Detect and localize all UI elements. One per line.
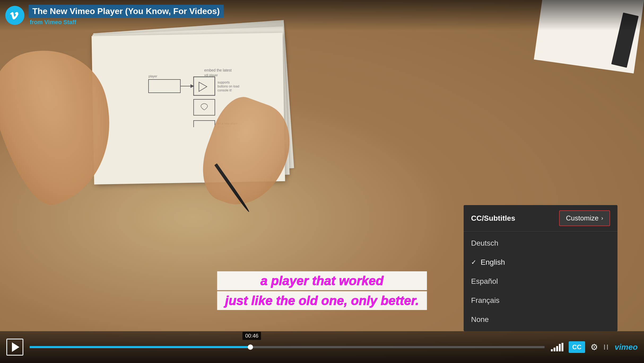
volume-bar-2 [554,348,555,351]
subtitle-line1: a player that worked [217,271,427,290]
subtitle-container: a player that worked just like the old o… [217,271,427,310]
svg-text:vdi player: vdi player [204,73,218,77]
controls-bar: 00:46 CC ⚙ ⁞⁞ vimeo [0,331,644,363]
settings-icon[interactable]: ⚙ [590,342,598,352]
volume-bar-4 [559,344,561,351]
svg-text:buttons on load: buttons on load [217,85,239,88]
volume-bar-3 [556,346,558,351]
svg-rect-5 [194,99,215,115]
cc-toggle-button[interactable]: CC [569,341,585,353]
cc-item-label-francais: Français [471,296,499,305]
chevron-right-icon: › [601,215,603,222]
svg-text:embed the latest: embed the latest [204,68,232,72]
vimeo-logo [5,6,24,25]
cc-menu-item-francais[interactable]: Français [464,291,617,310]
video-from: from Vimeo Staff [29,19,224,26]
cc-menu-item-espanol[interactable]: Español [464,272,617,291]
checkmark-icon: ✓ [471,259,476,266]
customize-label: Customize [566,214,599,222]
cc-menu-item-english[interactable]: ✓ English [464,253,617,272]
video-title: The New Vimeo Player (You Know, For Vide… [29,5,224,18]
cc-menu-item-none[interactable]: None [464,310,617,329]
time-tooltip: 00:46 [242,332,261,340]
svg-marker-4 [199,82,207,91]
subtitle-line2: just like the old one, only better. [217,291,427,310]
svg-rect-3 [194,77,215,95]
cc-menu-title: CC/Subtitles [471,214,515,223]
title-text-block: The New Vimeo Player (You Know, For Vide… [29,5,224,26]
cc-item-label-english: English [481,258,505,267]
progress-fill: 00:46 [30,346,251,348]
svg-text:console it!: console it! [217,88,232,92]
svg-rect-0 [149,79,180,93]
volume-indicator[interactable] [551,343,563,351]
cc-menu-items-list: Deutsch ✓ English Español Français None [464,232,617,331]
title-overlay: The New Vimeo Player (You Know, For Vide… [0,0,644,30]
svg-rect-6 [194,121,215,127]
cc-menu-item-deutsch[interactable]: Deutsch [464,234,617,253]
cc-menu-header: CC/Subtitles Customize › [464,205,617,232]
volume-bar-5 [562,343,563,351]
video-author[interactable]: Vimeo Staff [44,19,76,25]
right-controls: CC ⚙ ⁞⁞ vimeo [551,341,638,353]
cc-item-label-espanol: Español [471,277,498,286]
play-icon [12,342,19,352]
volume-bar-1 [551,349,553,351]
svg-text:player: player [149,74,157,78]
customize-button[interactable]: Customize › [559,210,610,226]
play-button[interactable] [6,339,23,356]
vimeo-watermark[interactable]: vimeo [615,343,638,352]
cc-subtitles-menu: CC/Subtitles Customize › Deutsch ✓ Engli… [464,205,617,331]
svg-text:supports: supports [217,81,230,84]
progress-bar[interactable]: 00:46 [30,346,545,348]
video-player: embed the latest vdi player supports but… [0,0,644,363]
progress-thumb: 00:46 [248,344,253,350]
fullscreen-icon[interactable]: ⁞⁞ [603,343,609,351]
cc-item-label-none: None [471,315,489,324]
cc-item-label-deutsch: Deutsch [471,239,498,247]
